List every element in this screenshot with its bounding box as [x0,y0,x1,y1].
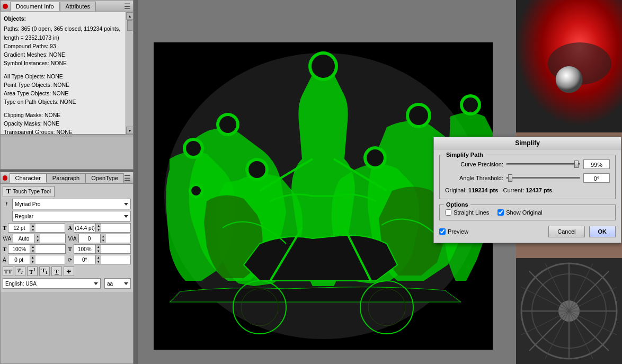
preview-label: Preview [448,228,468,235]
tab-character[interactable]: Character [10,173,47,183]
baseline-up[interactable]: ▲ [30,255,35,260]
language-dropdown[interactable]: English: USA [3,278,101,289]
hscale-up[interactable]: ▲ [30,245,35,249]
rotation-arrows: ▲ ▼ [95,255,101,264]
hscale-field[interactable]: 100% ▲ ▼ [8,244,65,254]
rotation-up[interactable]: ▲ [96,255,101,260]
tracking-down[interactable]: ▼ [101,238,106,243]
opacity-masks: Opacity Masks: NONE [4,119,122,128]
straight-lines-item: Straight Lines [445,209,489,216]
baseline-field[interactable]: 0 pt ▲ ▼ [8,255,65,264]
tracking-field[interactable]: 0 ▲ ▼ [78,234,131,243]
current-label: Current: [503,187,526,193]
baseline-rotation-row: A 0 pt ▲ ▼ ⟳ 0° ▲ ▼ [3,255,131,264]
kerning-up[interactable]: ▲ [35,234,40,238]
vscale-input[interactable]: 100% [74,246,95,252]
show-original-label: Show Original [506,209,542,216]
close-icon[interactable] [3,4,8,9]
leading-input[interactable]: (14.4 pt) [74,225,95,231]
original-pts: 119234 pts [468,187,498,193]
show-original-item: Show Original [497,209,542,216]
tracking-input[interactable]: 0 [79,236,100,242]
curve-precision-thumb[interactable] [574,161,579,168]
tab-attributes[interactable]: Attributes [60,2,96,11]
scroll-down-btn[interactable]: ▼ [126,127,133,134]
scroll-up-btn[interactable]: ▲ [126,12,133,20]
scroll-thumb[interactable] [127,20,132,31]
tab-paragraph[interactable]: Paragraph [47,173,85,183]
aa-label: aa [107,281,113,287]
panel-header-doc: Document Info Attributes ☰ [1,1,133,12]
doc-info-scrollbar[interactable]: ▲ ▼ [126,12,133,134]
car-bottom-svg [516,258,622,364]
baseline-down[interactable]: ▼ [30,260,35,264]
hscale-icon: T [3,246,6,252]
char-panel-menu-icon[interactable]: ☰ [124,174,131,182]
hscale-input[interactable]: 100% [8,246,30,252]
language-row: English: USA aa [3,278,131,289]
vscale-field[interactable]: 100% ▲ ▼ [74,244,131,254]
curve-precision-track[interactable] [507,163,580,165]
tt-bold-btn[interactable]: TT [3,267,13,276]
tt-sub-btn[interactable]: T1 [39,267,50,276]
tab-opentype[interactable]: OpenType [85,173,124,183]
ok-button[interactable]: OK [589,226,616,237]
preview-checkbox[interactable] [439,228,446,235]
tt-super-btn[interactable]: T1 [27,267,38,276]
vscale-down[interactable]: ▼ [96,249,101,253]
font-size-down[interactable]: ▼ [30,228,35,232]
straight-lines-checkbox[interactable] [445,209,451,216]
hscale-down[interactable]: ▼ [30,249,35,253]
char-close-icon[interactable] [3,175,7,181]
baseline-input[interactable]: 0 pt [8,257,30,263]
area-type-objects: Area Type Objects: NONE [4,89,122,97]
vscale-up[interactable]: ▲ [96,245,101,249]
kerning-down[interactable]: ▼ [35,238,40,243]
doc-info-content: Objects: Paths: 365 (0 open, 365 closed,… [1,12,133,134]
leading-up[interactable]: ▲ [96,224,101,228]
leading-field[interactable]: (14.4 pt) ▲ ▼ [74,223,131,233]
font-size-input[interactable]: 12 pt [8,225,30,231]
rotation-input[interactable]: 0° [74,257,95,263]
dialog-buttons-row: Preview Cancel OK [439,226,616,237]
angle-threshold-value[interactable]: 0° [583,173,610,183]
svg-point-13 [248,161,265,178]
tt-underline-btn[interactable]: T [51,267,62,276]
kerning-field[interactable]: Auto ▲ ▼ [13,234,65,243]
angle-threshold-thumb[interactable] [508,174,512,182]
objects-label: Objects: [4,14,122,23]
font-family-dropdown[interactable]: Myriad Pro [12,199,131,209]
show-original-checkbox[interactable] [497,209,504,216]
spacer2 [4,106,122,111]
simplify-path-group: Simplify Path Curve Precision: 99% Angle… [439,155,616,199]
kerning-input[interactable]: Auto [13,236,34,242]
scale-row: T 100% ▲ ▼ T 100% ▲ ▼ [3,244,131,254]
tt-strike-btn[interactable]: T [64,267,74,276]
font-style-dropdown[interactable]: Regular [12,211,131,221]
font-size-up[interactable]: ▲ [30,224,35,228]
aa-dropdown[interactable]: aa [104,278,131,289]
rotation-field[interactable]: 0° ▲ ▼ [74,255,131,264]
panel-tabs-char: Character Paragraph OpenType [10,173,124,183]
touch-type-button[interactable]: T Touch Type Tool [3,186,55,197]
font-size-field[interactable]: 12 pt ▲ ▼ [8,223,65,233]
simplify-dialog: Simplify Simplify Path Curve Precision: … [433,137,621,243]
car-top-photo [516,0,622,132]
tt-italic-btn[interactable]: TT [15,267,25,276]
angle-threshold-label: Angle Threshold: [445,175,503,181]
char-panel-content: T Touch Type Tool f Myriad Pro Regular [1,184,133,292]
original-label: Original: [445,187,468,193]
curve-precision-value[interactable]: 99% [583,159,610,169]
cancel-button[interactable]: Cancel [548,226,584,237]
rotation-down[interactable]: ▼ [96,260,101,264]
leading-down[interactable]: ▼ [96,228,101,232]
preview-item: Preview [439,228,468,235]
svg-point-15 [367,149,384,166]
tab-document-info[interactable]: Document Info [10,2,60,11]
language-value: English: USA [5,281,37,287]
angle-threshold-track[interactable] [507,177,580,179]
resize-handle-doc[interactable] [1,134,133,137]
gradient-meshes: Gradient Meshes: NONE [4,50,122,59]
panel-menu-icon[interactable]: ☰ [124,2,131,11]
tracking-up[interactable]: ▲ [101,234,106,238]
